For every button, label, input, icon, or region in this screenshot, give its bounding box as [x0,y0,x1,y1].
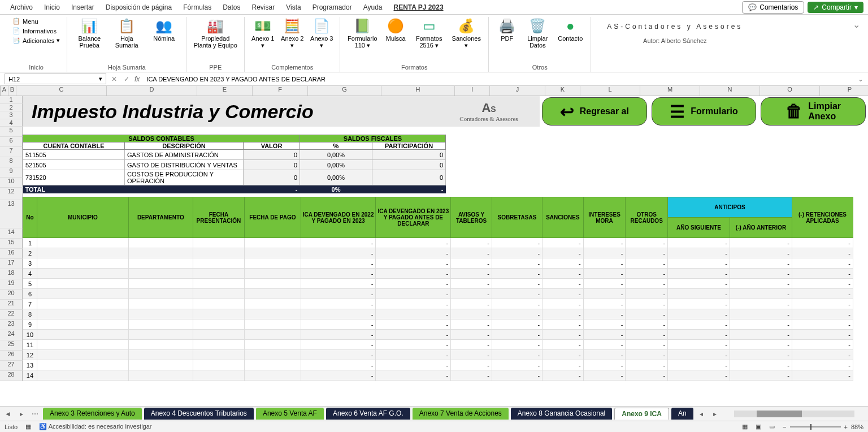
formulario-btn[interactable]: 📗Formulario 110 ▾ [345,17,380,50]
column-header[interactable]: K [545,86,580,96]
menu-item[interactable]: Programador [307,1,358,14]
column-header[interactable]: F [253,86,308,96]
row-header[interactable]: 20 [0,290,23,300]
anexo2-btn[interactable]: 🧮Anexo 2 ▾ [279,17,306,50]
menu-file[interactable]: Archivo [5,1,38,14]
menu-btn[interactable]: 📋Menu [10,17,62,25]
regresar-button[interactable]: ↩ Regresar al [542,97,647,126]
informativos-btn[interactable]: 📄Informativos [10,27,62,35]
menu-item[interactable]: Ayuda [358,1,388,14]
table-row[interactable]: 7---------- [23,299,853,309]
menu-item[interactable]: Disposición de página [100,1,177,14]
row-header[interactable]: 14 [0,228,23,239]
table-row[interactable]: 10---------- [23,330,853,340]
row-header[interactable]: 25 [0,340,23,351]
formula-input[interactable]: ICA DEVENGADO EN 2023 Y PAGADO ANTES DE … [143,75,854,84]
column-header[interactable]: J [490,86,545,96]
column-header[interactable]: M [640,86,700,96]
balance-btn[interactable]: 📊Balance Prueba [72,17,107,50]
menu-item[interactable]: Datos [217,1,246,14]
column-header[interactable]: G [308,86,381,96]
row-header[interactable]: 10 [0,178,23,188]
row-header[interactable]: 9 [0,167,23,178]
row-header[interactable]: 16 [0,249,23,259]
row-header[interactable]: 5 [0,127,23,137]
column-header[interactable]: P [820,86,868,96]
table-row[interactable]: 4---------- [23,269,853,279]
accept-icon[interactable]: ✓ [122,75,131,83]
cancel-icon[interactable]: ✕ [110,75,119,83]
propiedad-btn[interactable]: 🏭Propiedad Planta y Equipo [191,17,240,50]
menu-item[interactable]: Insertar [66,1,100,14]
nomina-btn[interactable]: 👥Nómina [146,17,181,43]
muisca-btn[interactable]: 🟠Muisca [382,17,409,43]
menu-item[interactable]: Fórmulas [177,1,217,14]
row-header[interactable]: 28 [0,371,23,381]
row-header[interactable]: 27 [0,361,23,371]
table-row[interactable]: 11---------- [23,340,853,350]
table-row[interactable]: 6---------- [23,289,853,299]
anexo1-btn[interactable]: 💵Anexo 1 ▾ [249,17,276,50]
row-header[interactable]: 12 [0,188,23,200]
table-row[interactable]: 15---------- [23,381,853,382]
formulario-button[interactable]: ☰ Formulario [652,97,757,126]
column-header[interactable]: E [197,86,253,96]
ribbon-collapse[interactable]: ⌄ [850,17,862,32]
table-row[interactable]: 8---------- [23,309,853,319]
column-header[interactable]: H [381,86,455,96]
column-header[interactable]: L [580,86,640,96]
row-header[interactable]: 8 [0,157,23,167]
menu-item[interactable]: Revisar [246,1,281,14]
table-row[interactable]: 14---------- [23,370,853,381]
comments-button[interactable]: 💬Comentarios [742,1,804,14]
row-header[interactable]: 26 [0,351,23,361]
contacto-btn[interactable]: ●Contacto [554,17,586,43]
menu-item[interactable]: Vista [280,1,306,14]
sheet-content[interactable]: Impuesto Industria y Comercio AS Contado… [23,96,868,381]
table-row[interactable]: 731520COSTOS DE PRODUCCIÓN Y OPERACIÓN00… [23,170,446,185]
formula-expand[interactable]: ⌄ [858,75,863,83]
column-header[interactable]: O [760,86,820,96]
sanciones-btn[interactable]: 💰Sanciones ▾ [449,17,484,50]
share-button[interactable]: ↗Compartir▾ [808,2,863,13]
limpiar-anexo-button[interactable]: 🗑 LimpiarAnexo [761,97,866,126]
row-header[interactable]: 2 [0,104,23,112]
table-row[interactable]: 2---------- [23,248,853,258]
pdf-btn[interactable]: 🖨️PDF [493,17,520,43]
column-header[interactable]: A [1,86,8,96]
row-header[interactable]: 1 [0,96,23,104]
row-header[interactable]: 13 [0,200,23,228]
table-row[interactable]: 511505GASTOS DE ADMINISTRACIÓN00,00%0 [23,150,446,160]
column-header[interactable]: I [455,86,490,96]
table-row[interactable]: 1---------- [23,238,853,248]
name-box[interactable]: H12▾ [5,74,106,84]
table-row[interactable]: 5---------- [23,279,853,289]
menu-item[interactable]: Inicio [38,1,66,14]
formatos-btn[interactable]: ▭Formatos 2516 ▾ [411,17,446,50]
column-header[interactable]: D [107,86,197,96]
table-row[interactable]: 9---------- [23,319,853,330]
row-header[interactable]: 18 [0,269,23,279]
row-header[interactable]: 21 [0,300,23,310]
table-row[interactable]: 3---------- [23,258,853,269]
limpiar-btn[interactable]: 🗑️Limpiar Datos [523,17,552,50]
row-header[interactable]: 22 [0,310,23,320]
table-row[interactable]: 521505GASTO DE DISTRIBUCIÓN Y VENTAS00,0… [23,160,446,170]
row-header[interactable]: 17 [0,259,23,269]
row-header[interactable]: 24 [0,330,23,340]
menu-item-active[interactable]: RENTA PJ 2023 [388,1,449,14]
fx-icon[interactable]: fx [134,75,140,83]
row-header[interactable]: 23 [0,320,23,330]
column-header[interactable]: N [700,86,760,96]
row-header[interactable]: 3 [0,111,23,119]
row-header[interactable]: 15 [0,239,23,249]
adicionales-btn[interactable]: 📑Adicionales▾ [10,36,62,45]
table-row[interactable]: 12---------- [23,350,853,360]
row-header[interactable]: 6 [0,137,23,147]
column-header[interactable]: B [8,86,16,96]
row-header[interactable]: 19 [0,279,23,290]
row-header[interactable]: 7 [0,147,23,157]
table-row[interactable]: 13---------- [23,360,853,370]
hoja-btn[interactable]: 📋Hoja Sumaria [109,17,144,50]
anexo3-btn[interactable]: 📄Anexo 3 ▾ [308,17,335,50]
